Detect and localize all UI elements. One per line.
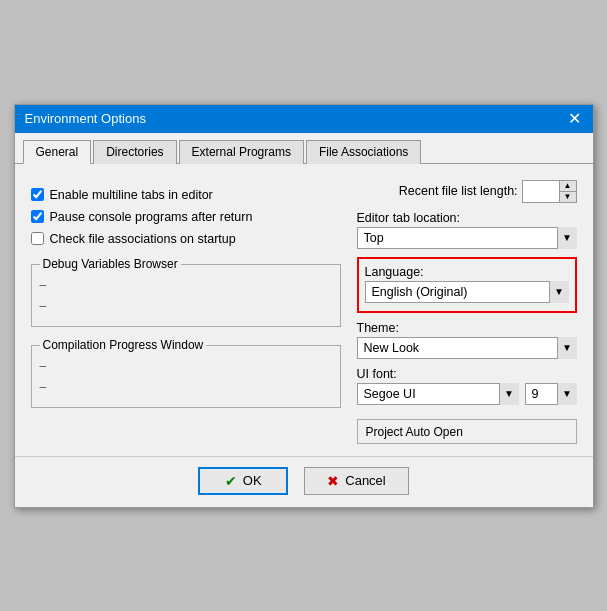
compilation-line-2: – [40,377,332,399]
compilation-progress-content: – – [40,356,332,399]
font-size-dropdown[interactable]: 9 [525,383,577,405]
spinbox-up-button[interactable]: ▲ [560,181,576,191]
project-auto-open-box: Project Auto Open [357,419,577,444]
multiline-tabs-checkbox[interactable] [31,188,44,201]
left-column: Enable multiline tabs in editor Pause co… [31,180,341,444]
compilation-line-1: – [40,356,332,378]
close-button[interactable]: ✕ [566,111,583,127]
cancel-icon: ✖ [327,473,339,489]
checkbox-pause-console[interactable]: Pause console programs after return [31,210,341,224]
environment-options-dialog: Environment Options ✕ General Directorie… [14,104,594,508]
ui-font-row: Segoe UI ▼ 9 ▼ [357,383,577,405]
tab-file-associations[interactable]: File Associations [306,140,421,164]
tab-external-programs[interactable]: External Programs [179,140,304,164]
editor-tab-label: Editor tab location: [357,211,577,225]
language-dropdown[interactable]: English (Original) [365,281,569,303]
ok-label: OK [243,473,262,488]
language-label: Language: [365,265,569,279]
right-column: Recent file list length: 15 ▲ ▼ Editor t… [357,180,577,444]
ui-font-label: UI font: [357,367,577,381]
language-group: Language: English (Original) ▼ [357,257,577,313]
ok-button[interactable]: ✔ OK [198,467,288,495]
ok-icon: ✔ [225,473,237,489]
spinbox-down-button[interactable]: ▼ [560,191,576,202]
check-file-assoc-checkbox[interactable] [31,232,44,245]
tab-directories[interactable]: Directories [93,140,176,164]
editor-tab-group: Editor tab location: Top ▼ [357,211,577,249]
ui-font-group: UI font: Segoe UI ▼ 9 ▼ [357,367,577,405]
theme-group: Theme: New Look ▼ [357,321,577,359]
recent-file-label: Recent file list length: [399,184,518,198]
dialog-title: Environment Options [25,111,146,126]
font-size-dropdown-container: 9 ▼ [525,383,577,405]
editor-tab-dropdown-container: Top ▼ [357,227,577,249]
spinbox-buttons: ▲ ▼ [559,181,576,202]
multiline-tabs-label: Enable multiline tabs in editor [50,188,213,202]
debug-variables-group: Debug Variables Browser – – [31,264,341,327]
compilation-progress-label: Compilation Progress Window [40,338,207,352]
language-dropdown-container: English (Original) ▼ [365,281,569,303]
compilation-progress-group: Compilation Progress Window – – [31,345,341,408]
editor-tab-dropdown[interactable]: Top [357,227,577,249]
theme-dropdown-container: New Look ▼ [357,337,577,359]
bottom-buttons: ✔ OK ✖ Cancel [15,456,593,507]
pause-console-checkbox[interactable] [31,210,44,223]
debug-variables-content: – – [40,275,332,318]
theme-label: Theme: [357,321,577,335]
tabs-bar: General Directories External Programs Fi… [15,133,593,164]
project-auto-open-group: Project Auto Open [357,419,577,444]
pause-console-label: Pause console programs after return [50,210,253,224]
theme-dropdown[interactable]: New Look [357,337,577,359]
checkboxes-group: Enable multiline tabs in editor Pause co… [31,188,341,246]
check-file-assoc-label: Check file associations on startup [50,232,236,246]
recent-file-row: Recent file list length: 15 ▲ ▼ [357,180,577,203]
cancel-button[interactable]: ✖ Cancel [304,467,408,495]
project-auto-open-label: Project Auto Open [366,425,463,439]
debug-variables-label: Debug Variables Browser [40,257,181,271]
font-dropdown[interactable]: Segoe UI [357,383,519,405]
debug-line-1: – [40,275,332,297]
title-bar: Environment Options ✕ [15,105,593,133]
recent-file-spinbox[interactable]: 15 ▲ ▼ [522,180,577,203]
recent-file-input[interactable]: 15 [523,181,559,202]
checkbox-check-file-assoc[interactable]: Check file associations on startup [31,232,341,246]
checkbox-multiline-tabs[interactable]: Enable multiline tabs in editor [31,188,341,202]
tab-general[interactable]: General [23,140,92,164]
font-dropdown-container: Segoe UI ▼ [357,383,519,405]
cancel-label: Cancel [345,473,385,488]
debug-line-2: – [40,296,332,318]
dialog-content: Enable multiline tabs in editor Pause co… [15,164,593,456]
main-layout: Enable multiline tabs in editor Pause co… [31,180,577,444]
